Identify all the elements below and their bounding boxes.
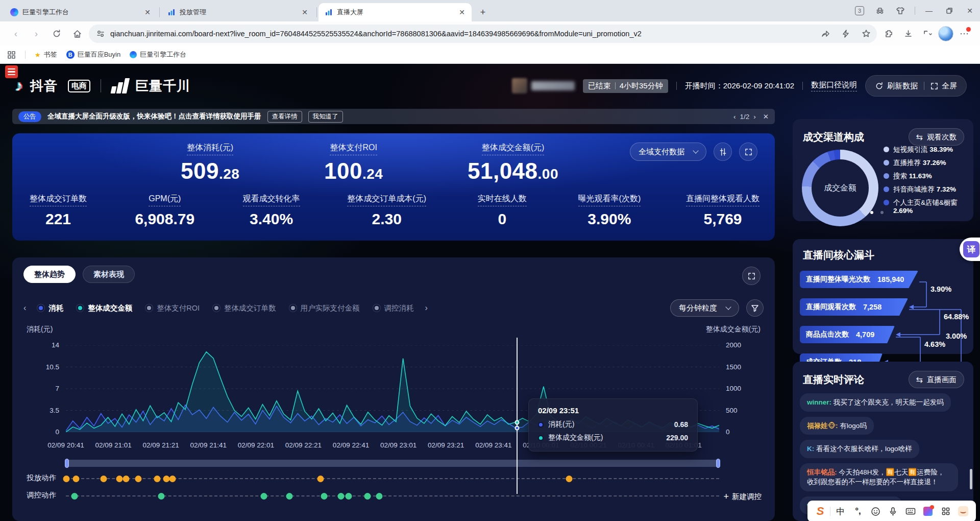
- data-scope-select[interactable]: 全域支付数据: [630, 143, 706, 161]
- announce-close-icon[interactable]: ✕: [763, 112, 769, 121]
- ime-skin-icon[interactable]: [920, 504, 936, 519]
- announce-prev-icon[interactable]: ‹: [733, 113, 736, 121]
- profile-avatar[interactable]: [938, 26, 953, 41]
- tab-count-icon[interactable]: 3: [849, 0, 870, 21]
- url-text[interactable]: qianchuan.jinritemai.com/board-next?live…: [110, 30, 813, 38]
- browser-menu-icon[interactable]: ⋯: [955, 25, 973, 42]
- action-dot[interactable]: [317, 476, 324, 482]
- restore-button[interactable]: [939, 0, 960, 21]
- downloads-icon[interactable]: [899, 25, 917, 42]
- back-button[interactable]: ‹: [7, 25, 24, 42]
- action-dot[interactable]: [135, 476, 142, 482]
- browser-tab-0[interactable]: 巨量引擎工作台✕: [4, 3, 157, 21]
- refresh-button[interactable]: [48, 25, 65, 42]
- browser-tab-1[interactable]: 投放管理✕: [161, 3, 314, 21]
- bookmark-star-icon[interactable]: [859, 26, 874, 41]
- share-icon[interactable]: [818, 26, 833, 41]
- browser-tab-2[interactable]: 直播大屏✕: [318, 3, 472, 21]
- tab-close-icon[interactable]: ✕: [300, 8, 309, 17]
- view-details-button[interactable]: 查看详情: [267, 111, 302, 123]
- sogou-logo-icon[interactable]: S: [813, 504, 828, 519]
- stat-label[interactable]: 直播间整体观看人数: [686, 194, 760, 206]
- ime-toolbar[interactable]: S 中 °,: [807, 501, 976, 521]
- stat-label[interactable]: 实时在线人数: [478, 194, 527, 206]
- ime-language-mode[interactable]: 中: [833, 504, 848, 519]
- granularity-select[interactable]: 每分钟粒度: [670, 299, 739, 317]
- stat-label[interactable]: GPM(元): [149, 194, 181, 206]
- slider-handle-right[interactable]: [716, 459, 720, 468]
- chart-filter-button[interactable]: [746, 299, 764, 317]
- action-dot[interactable]: [337, 493, 344, 500]
- ime-punctuation-icon[interactable]: °,: [850, 504, 866, 519]
- chart-fullscreen-button[interactable]: [742, 267, 761, 285]
- legend-item-1[interactable]: 整体成交金额: [77, 303, 132, 313]
- action-dot[interactable]: [346, 493, 352, 500]
- stat-label[interactable]: 观看成交转化率: [243, 194, 300, 206]
- legend-item-4[interactable]: 用户实际支付金额: [289, 303, 360, 313]
- incognito-icon[interactable]: [870, 0, 890, 21]
- history-undo-icon[interactable]: [919, 25, 936, 42]
- legend-item-5[interactable]: 调控消耗: [373, 303, 414, 313]
- tab-close-icon[interactable]: ✕: [143, 8, 152, 17]
- translate-fab[interactable]: 译: [960, 238, 980, 261]
- action-dot[interactable]: [71, 493, 78, 500]
- announce-next-icon[interactable]: ›: [753, 113, 756, 121]
- site-info-icon[interactable]: [96, 29, 105, 38]
- action-dot[interactable]: [154, 476, 161, 482]
- toggle-view-count-button[interactable]: ⇆ 观看次数: [909, 128, 964, 146]
- action-dot[interactable]: [116, 476, 122, 482]
- new-tab-button[interactable]: +: [476, 5, 490, 19]
- forward-button[interactable]: ›: [28, 25, 45, 42]
- refresh-data-button[interactable]: 刷新数据: [875, 81, 918, 91]
- legend-item-0[interactable]: 消耗: [37, 303, 63, 313]
- live-screen-button[interactable]: ⇆ 直播画面: [909, 371, 964, 388]
- stat-label[interactable]: 曝光观看率(次数): [578, 194, 641, 206]
- time-range-slider[interactable]: [66, 460, 719, 467]
- extensions-icon[interactable]: [880, 25, 897, 42]
- ime-mascot-icon[interactable]: [955, 504, 971, 519]
- action-dot[interactable]: [73, 476, 80, 482]
- donut-pager-dots[interactable]: [870, 211, 884, 214]
- data-caliber-link[interactable]: 数据口径说明: [811, 80, 857, 91]
- trend-tab-1[interactable]: 素材表现: [83, 266, 135, 283]
- ime-keyboard-icon[interactable]: [903, 504, 918, 519]
- action-dot[interactable]: [364, 493, 371, 500]
- action-dot[interactable]: [169, 476, 176, 482]
- stat-label[interactable]: 整体成交订单成本(元): [347, 194, 426, 206]
- tab-close-icon[interactable]: ✕: [457, 8, 467, 17]
- ime-toolbox-icon[interactable]: [938, 504, 953, 519]
- action-dot[interactable]: [122, 476, 129, 482]
- stat-label[interactable]: 整体支付ROI: [330, 143, 377, 155]
- close-window-button[interactable]: ✕: [960, 0, 980, 21]
- comments-list[interactable]: winner: 我买了这个跟夹克，明天能一起发吗福禄娃🐵: 有logo吗K: 看…: [800, 393, 968, 517]
- minimize-button[interactable]: —: [919, 0, 939, 21]
- action-dot[interactable]: [158, 493, 164, 500]
- action-dot[interactable]: [63, 476, 70, 482]
- legend-item-2[interactable]: 整体支付ROI: [145, 303, 200, 313]
- metric-settings-button[interactable]: [714, 143, 732, 161]
- flash-icon[interactable]: [838, 26, 853, 41]
- slider-handle-left[interactable]: [65, 459, 69, 468]
- bookmark-item-1[interactable]: B巨量百应Buyin: [66, 50, 121, 59]
- theme-shirt-icon[interactable]: [890, 0, 911, 21]
- comments-scrollbar[interactable]: [970, 469, 972, 489]
- got-it-button[interactable]: 我知道了: [308, 111, 343, 123]
- ime-mic-icon[interactable]: [886, 504, 901, 519]
- stat-label[interactable]: 整体成交订单数: [30, 194, 87, 206]
- trend-tab-0[interactable]: 整体趋势: [23, 266, 76, 283]
- page-fullscreen-button[interactable]: 全屏: [930, 81, 957, 91]
- action-dot[interactable]: [376, 493, 383, 500]
- action-dot[interactable]: [101, 476, 107, 482]
- stat-label[interactable]: 整体消耗(元): [187, 143, 233, 155]
- new-control-button[interactable]: + 新建调控: [723, 491, 762, 502]
- action-dot[interactable]: [286, 493, 292, 500]
- apps-grid-icon[interactable]: [7, 51, 16, 59]
- stat-label[interactable]: 整体成交金额(元): [482, 143, 545, 155]
- bookmark-item-0[interactable]: ★书签: [35, 50, 57, 59]
- action-dot[interactable]: [321, 493, 327, 500]
- address-bar[interactable]: qianchuan.jinritemai.com/board-next?live…: [89, 25, 877, 43]
- action-dot[interactable]: [260, 493, 267, 500]
- bookmark-item-2[interactable]: 巨量引擎工作台: [130, 50, 186, 59]
- legend-prev-icon[interactable]: ‹: [23, 303, 26, 313]
- action-dot[interactable]: [566, 476, 572, 482]
